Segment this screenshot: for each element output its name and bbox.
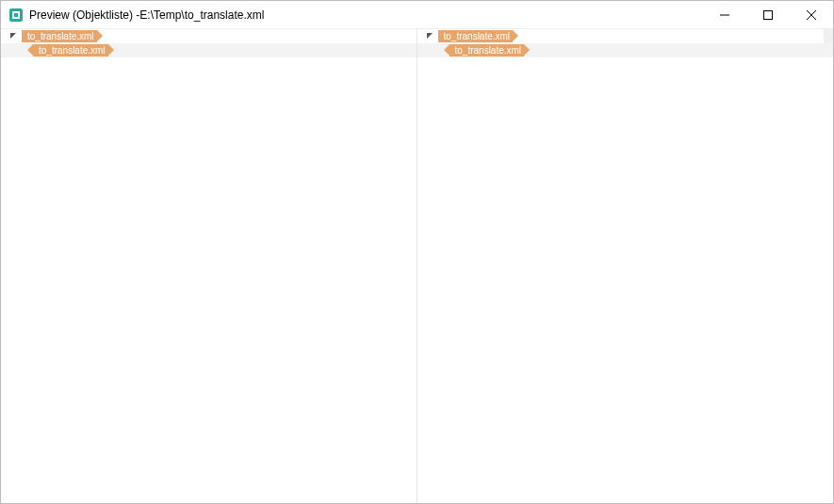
right-tree: to_translate.xml to_translate.xml — [417, 29, 834, 57]
maximize-button[interactable] — [746, 1, 790, 28]
svg-rect-2 — [14, 13, 18, 17]
tree-row-root[interactable]: to_translate.xml — [1, 29, 417, 43]
tree-row-child[interactable]: to_translate.xml — [417, 43, 834, 57]
window-controls — [703, 1, 833, 28]
tree-row-root[interactable]: to_translate.xml — [417, 29, 834, 43]
minimize-button[interactable] — [703, 1, 746, 28]
close-button[interactable] — [790, 1, 833, 28]
xml-tag[interactable]: to_translate.xml — [33, 44, 108, 57]
xml-tag[interactable]: to_translate.xml — [450, 44, 525, 57]
xml-tag[interactable]: to_translate.xml — [22, 30, 97, 42]
expand-toggle-icon[interactable] — [425, 31, 434, 41]
window-title: Preview (Objektliste) -E:\Temp\to_transl… — [29, 8, 703, 22]
expand-toggle-icon[interactable] — [8, 31, 18, 41]
tree-row-child[interactable]: to_translate.xml — [1, 43, 417, 57]
tag-label: to_translate.xml — [455, 44, 522, 57]
left-tree: to_translate.xml to_translate.xml — [1, 29, 417, 57]
right-pane[interactable]: to_translate.xml to_translate.xml — [417, 29, 834, 503]
tag-label: to_translate.xml — [39, 44, 106, 57]
app-icon — [8, 8, 24, 23]
tag-label: to_translate.xml — [27, 30, 94, 42]
titlebar: Preview (Objektliste) -E:\Temp\to_transl… — [1, 1, 833, 29]
svg-rect-4 — [764, 10, 773, 19]
tag-label: to_translate.xml — [444, 30, 511, 42]
content-area: to_translate.xml to_translate.xml to_tra… — [1, 29, 833, 503]
xml-tag[interactable]: to_translate.xml — [438, 30, 514, 42]
left-pane[interactable]: to_translate.xml to_translate.xml — [1, 29, 417, 503]
